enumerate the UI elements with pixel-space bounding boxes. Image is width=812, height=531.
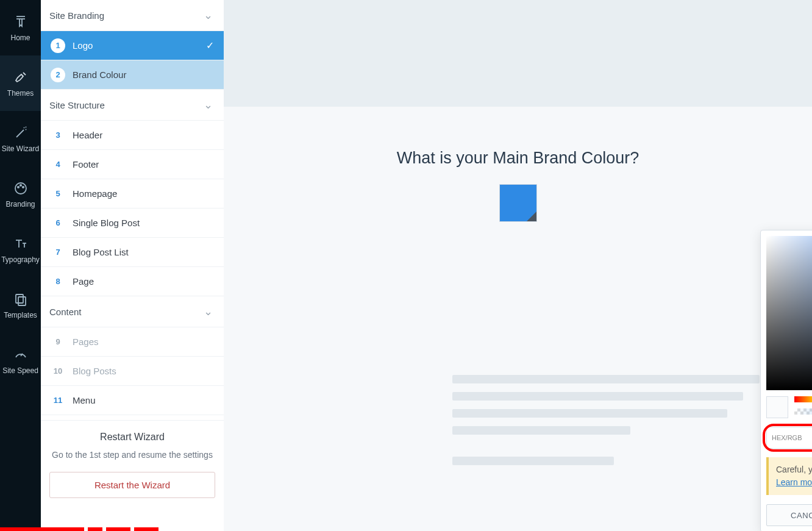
cancel-button[interactable]: CANCEL [766, 504, 812, 526]
placeholder-lines [452, 375, 775, 474]
section-title: Content [49, 307, 82, 317]
step-label: Brand Colour [73, 69, 126, 80]
page-title: What is your Main Brand Colour? [397, 149, 639, 168]
nav-home[interactable]: Home [0, 0, 41, 55]
nav-branding[interactable]: Branding [0, 166, 41, 222]
check-icon: ✓ [206, 40, 214, 51]
step-list-branding: 1 Logo ✓ 2 Brand Colour [41, 31, 224, 90]
templates-icon [13, 291, 29, 307]
step-label: Pages [73, 337, 99, 347]
brand-colour-swatch[interactable] [499, 184, 537, 222]
nav-branding-label: Branding [5, 200, 35, 208]
svg-point-3 [22, 186, 23, 187]
step-num: 4 [51, 157, 65, 172]
nav-typography-label: Typography [1, 255, 40, 264]
step-num: 1 [51, 38, 65, 53]
step-label: Logo [73, 40, 93, 51]
step-label: Page [73, 276, 94, 287]
step-num: 6 [51, 216, 65, 230]
hex-input[interactable] [807, 427, 812, 448]
step-num: 3 [51, 128, 65, 143]
step-list-structure: 3 Header 4 Footer 5 Homepage 6 Single Bl… [41, 121, 224, 296]
learn-more-link[interactable]: Learn more [776, 477, 812, 487]
section-content[interactable]: Content ⌄ [41, 296, 224, 327]
step-blog-post-list[interactable]: 7 Blog Post List [41, 238, 224, 267]
nav-home-label: Home [10, 34, 30, 42]
left-nav-rail: Home Themes Site Wizard Branding Typogra… [0, 0, 41, 531]
step-num: 5 [51, 187, 65, 201]
step-homepage[interactable]: 5 Homepage [41, 179, 224, 208]
gauge-icon [13, 347, 29, 363]
nav-sitespeed-label: Site Speed [2, 366, 38, 375]
section-title: Site Branding [49, 10, 104, 21]
current-colour-swatch [766, 396, 788, 418]
step-brand-colour[interactable]: 2 Brand Colour [41, 60, 224, 90]
step-label: Blog Posts [73, 366, 116, 376]
themes-icon [13, 69, 29, 85]
step-num: 10 [51, 364, 65, 379]
chevron-down-icon: ⌄ [204, 305, 213, 318]
nav-templates-label: Templates [4, 311, 37, 319]
step-num: 11 [51, 393, 65, 408]
warning-banner: Careful, you are editing a global color.… [766, 457, 812, 495]
svg-point-1 [17, 186, 18, 187]
canvas: What is your Main Brand Colour? ➤ HEX/RG… [224, 0, 812, 531]
step-num: 7 [51, 245, 65, 260]
home-icon [13, 14, 29, 30]
nav-site-wizard[interactable]: Site Wizard [0, 111, 41, 166]
section-site-structure[interactable]: Site Structure ⌄ [41, 90, 224, 121]
chevron-down-icon: ⌄ [204, 98, 213, 112]
step-label: Footer [73, 159, 99, 169]
step-list-content: 9 Pages 10 Blog Posts 11 Menu [41, 327, 224, 415]
nav-themes-label: Themes [7, 89, 34, 98]
step-menu[interactable]: 11 Menu [41, 386, 224, 415]
step-blog-posts[interactable]: 10 Blog Posts [41, 357, 224, 386]
typography-icon [13, 236, 29, 252]
palette-icon [13, 180, 29, 196]
restart-wizard-button[interactable]: Restart the Wizard [49, 472, 215, 498]
step-label: Header [73, 130, 102, 140]
restart-block: Restart Wizard Go to the 1st step and re… [41, 420, 224, 504]
alpha-slider[interactable] [794, 408, 812, 415]
step-page[interactable]: 8 Page [41, 267, 224, 296]
step-num: 8 [51, 274, 65, 289]
chevron-down-icon: ⌄ [204, 9, 213, 22]
step-label: Menu [73, 395, 96, 405]
color-picker-popover: ➤ HEX/RGB OPACITY Careful, you [760, 230, 812, 531]
section-site-branding[interactable]: Site Branding ⌄ [41, 0, 224, 31]
nav-site-speed[interactable]: Site Speed [0, 333, 41, 388]
step-logo[interactable]: 1 Logo ✓ [41, 31, 224, 60]
svg-rect-5 [18, 297, 26, 305]
restart-desc: Go to the 1st step and resume the settin… [49, 449, 215, 461]
step-footer[interactable]: 4 Footer [41, 150, 224, 179]
saturation-value-area[interactable]: ➤ [766, 236, 812, 390]
hue-slider[interactable] [794, 396, 812, 402]
step-pages[interactable]: 9 Pages [41, 327, 224, 357]
section-title: Site Structure [49, 100, 105, 110]
nav-typography[interactable]: Typography [0, 222, 41, 277]
step-label: Homepage [73, 188, 117, 199]
bottom-progress-strip [0, 527, 158, 531]
step-single-blog-post[interactable]: 6 Single Blog Post [41, 208, 224, 238]
hex-label: HEX/RGB [767, 434, 807, 441]
svg-rect-4 [16, 294, 23, 303]
restart-title: Restart Wizard [49, 432, 215, 443]
wizard-panel: Site Branding ⌄ 1 Logo ✓ 2 Brand Colour … [41, 0, 224, 531]
step-label: Single Blog Post [73, 218, 140, 228]
wand-icon [13, 125, 29, 141]
nav-templates[interactable]: Templates [0, 277, 41, 333]
step-num: 2 [51, 68, 65, 82]
step-num: 9 [51, 335, 65, 349]
step-header[interactable]: 3 Header [41, 121, 224, 150]
nav-wizard-label: Site Wizard [2, 144, 39, 153]
warning-text: Careful, you are editing a global color. [776, 465, 812, 474]
nav-themes[interactable]: Themes [0, 55, 41, 111]
step-label: Blog Post List [73, 247, 129, 257]
svg-point-2 [20, 184, 21, 185]
